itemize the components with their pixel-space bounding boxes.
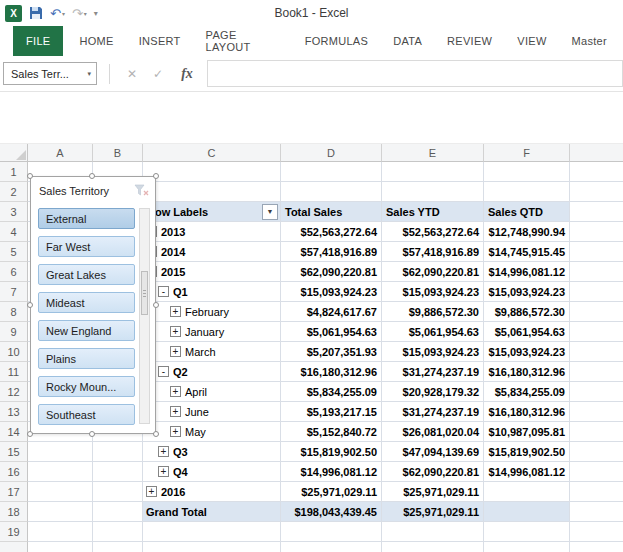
cell-C20[interactable] bbox=[143, 542, 281, 552]
cell-B15[interactable] bbox=[93, 442, 143, 462]
row-header-10[interactable]: 10 bbox=[0, 342, 28, 362]
expand-icon[interactable]: + bbox=[170, 386, 181, 397]
cell-C19[interactable] bbox=[143, 522, 281, 542]
slicer-item-rocky-moun[interactable]: Rocky Moun... bbox=[38, 376, 135, 397]
cell-C13[interactable]: +June bbox=[143, 402, 281, 422]
cell-F13[interactable]: $16,180,312.96 bbox=[484, 402, 570, 422]
cell-C5[interactable]: +2014 bbox=[143, 242, 281, 262]
cell-D14[interactable]: $5,152,840.72 bbox=[281, 422, 382, 442]
expand-icon[interactable]: + bbox=[170, 306, 181, 317]
cell-G4[interactable] bbox=[570, 222, 623, 242]
cell-F4[interactable]: $12,748,990.94 bbox=[484, 222, 570, 242]
cell-C17[interactable]: +2016 bbox=[143, 482, 281, 502]
expand-icon[interactable]: + bbox=[170, 326, 181, 337]
cell-D7[interactable]: $15,093,924.23 bbox=[281, 282, 382, 302]
row-header-14[interactable]: 14 bbox=[0, 422, 28, 442]
cell-G7[interactable] bbox=[570, 282, 623, 302]
cell-D2[interactable] bbox=[281, 182, 382, 202]
pivot-column-header-F3[interactable]: Sales QTD bbox=[484, 202, 570, 222]
cell-E19[interactable] bbox=[382, 522, 484, 542]
cell-D5[interactable]: $57,418,916.89 bbox=[281, 242, 382, 262]
cell-F12[interactable]: $5,834,255.09 bbox=[484, 382, 570, 402]
cell-E12[interactable]: $20,928,179.32 bbox=[382, 382, 484, 402]
cell-E10[interactable]: $15,093,924.23 bbox=[382, 342, 484, 362]
cell-E4[interactable]: $52,563,272.64 bbox=[382, 222, 484, 242]
cell-C2[interactable] bbox=[143, 182, 281, 202]
cell-A15[interactable] bbox=[28, 442, 93, 462]
cell-E9[interactable]: $5,061,954.63 bbox=[382, 322, 484, 342]
row-header-6[interactable]: 6 bbox=[0, 262, 28, 282]
row-header-1[interactable]: 1 bbox=[0, 162, 28, 182]
cell-F11[interactable]: $16,180,312.96 bbox=[484, 362, 570, 382]
slicer-item-mideast[interactable]: Mideast bbox=[38, 292, 135, 313]
cell-C3[interactable]: Row Labels▼ bbox=[143, 202, 281, 222]
slicer-resize-handle[interactable] bbox=[153, 302, 159, 308]
row-header-4[interactable]: 4 bbox=[0, 222, 28, 242]
cell-A20[interactable] bbox=[28, 542, 93, 552]
row-header-8[interactable]: 8 bbox=[0, 302, 28, 322]
col-header-d[interactable]: D bbox=[281, 144, 382, 162]
cell-A17[interactable] bbox=[28, 482, 93, 502]
cell-G10[interactable] bbox=[570, 342, 623, 362]
slicer-item-new-england[interactable]: New England bbox=[38, 320, 135, 341]
cell-E11[interactable]: $31,274,237.19 bbox=[382, 362, 484, 382]
row-labels-filter-button[interactable]: ▼ bbox=[262, 204, 278, 220]
save-icon[interactable] bbox=[29, 6, 43, 20]
name-box-dropdown-icon[interactable]: ▾ bbox=[87, 70, 96, 78]
cell-E14[interactable]: $26,081,020.04 bbox=[382, 422, 484, 442]
ribbon-tab-formulas[interactable]: FORMULAS bbox=[296, 26, 378, 56]
collapse-icon[interactable]: - bbox=[158, 366, 169, 377]
enter-icon[interactable]: ✓ bbox=[153, 67, 163, 81]
cell-G13[interactable] bbox=[570, 402, 623, 422]
row-header-3[interactable]: 3 bbox=[0, 202, 28, 222]
cell-E20[interactable] bbox=[382, 542, 484, 552]
cell-E13[interactable]: $31,274,237.19 bbox=[382, 402, 484, 422]
cancel-icon[interactable]: ✕ bbox=[127, 67, 137, 81]
slicer-resize-handle[interactable] bbox=[89, 431, 95, 437]
slicer-resize-handle[interactable] bbox=[27, 431, 33, 437]
cell-E18[interactable]: $25,971,029.11 bbox=[382, 502, 484, 522]
cell-E2[interactable] bbox=[382, 182, 484, 202]
cell-A16[interactable] bbox=[28, 462, 93, 482]
row-header-16[interactable]: 16 bbox=[0, 462, 28, 482]
cell-G1[interactable] bbox=[570, 162, 623, 182]
cell-G5[interactable] bbox=[570, 242, 623, 262]
cell-G15[interactable] bbox=[570, 442, 623, 462]
cell-F20[interactable] bbox=[484, 542, 570, 552]
expand-icon[interactable]: + bbox=[170, 406, 181, 417]
cell-D15[interactable]: $15,819,902.50 bbox=[281, 442, 382, 462]
col-header-f[interactable]: F bbox=[484, 144, 570, 162]
redo-dropdown-icon[interactable]: ▾ bbox=[84, 10, 87, 17]
row-header-12[interactable]: 12 bbox=[0, 382, 28, 402]
cell-G20[interactable] bbox=[570, 542, 623, 552]
pivot-column-header-D3[interactable]: Total Sales bbox=[281, 202, 382, 222]
cell-G3[interactable] bbox=[570, 202, 623, 222]
cell-C4[interactable]: +2013 bbox=[143, 222, 281, 242]
row-header-15[interactable]: 15 bbox=[0, 442, 28, 462]
select-all-corner[interactable] bbox=[0, 144, 28, 162]
cell-C1[interactable] bbox=[143, 162, 281, 182]
cell-G18[interactable] bbox=[570, 502, 623, 522]
cell-E17[interactable]: $25,971,029.11 bbox=[382, 482, 484, 502]
cell-D6[interactable]: $62,090,220.81 bbox=[281, 262, 382, 282]
cell-F2[interactable] bbox=[484, 182, 570, 202]
cell-D12[interactable]: $5,834,255.09 bbox=[281, 382, 382, 402]
cell-D16[interactable]: $14,996,081.12 bbox=[281, 462, 382, 482]
cell-C14[interactable]: +May bbox=[143, 422, 281, 442]
cell-D10[interactable]: $5,207,351.93 bbox=[281, 342, 382, 362]
cell-D20[interactable] bbox=[281, 542, 382, 552]
cell-F1[interactable] bbox=[484, 162, 570, 182]
undo-dropdown-icon[interactable]: ▾ bbox=[62, 10, 65, 17]
slicer-item-far-west[interactable]: Far West bbox=[38, 236, 135, 257]
ribbon-tab-data[interactable]: DATA bbox=[384, 26, 431, 56]
row-header-7[interactable]: 7 bbox=[0, 282, 28, 302]
expand-icon[interactable]: + bbox=[158, 446, 169, 457]
col-header-g[interactable] bbox=[570, 144, 623, 162]
cell-F18[interactable] bbox=[484, 502, 570, 522]
slicer-resize-handle[interactable] bbox=[153, 173, 159, 179]
slicer-resize-handle[interactable] bbox=[27, 302, 33, 308]
cell-C15[interactable]: +Q3 bbox=[143, 442, 281, 462]
slicer-resize-handle[interactable] bbox=[27, 173, 33, 179]
cell-G12[interactable] bbox=[570, 382, 623, 402]
undo-button[interactable]: ↶▾ bbox=[50, 6, 65, 21]
